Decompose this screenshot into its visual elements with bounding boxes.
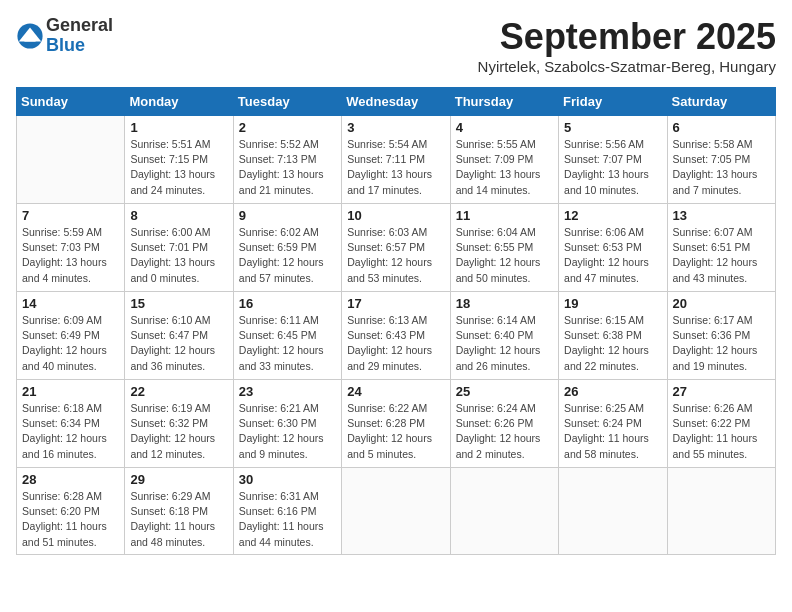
day-number: 7 — [22, 208, 119, 223]
logo-icon — [16, 22, 44, 50]
day-number: 19 — [564, 296, 661, 311]
day-number: 21 — [22, 384, 119, 399]
day-number: 30 — [239, 472, 336, 487]
weekday-header-saturday: Saturday — [667, 88, 775, 116]
day-number: 2 — [239, 120, 336, 135]
day-info: Sunrise: 6:09 AM Sunset: 6:49 PM Dayligh… — [22, 313, 119, 374]
day-info: Sunrise: 6:00 AM Sunset: 7:01 PM Dayligh… — [130, 225, 227, 286]
day-info: Sunrise: 6:22 AM Sunset: 6:28 PM Dayligh… — [347, 401, 444, 462]
day-info: Sunrise: 6:13 AM Sunset: 6:43 PM Dayligh… — [347, 313, 444, 374]
day-number: 28 — [22, 472, 119, 487]
calendar-cell: 13Sunrise: 6:07 AM Sunset: 6:51 PM Dayli… — [667, 204, 775, 292]
calendar-cell: 23Sunrise: 6:21 AM Sunset: 6:30 PM Dayli… — [233, 380, 341, 468]
logo: General Blue — [16, 16, 113, 56]
calendar-cell: 28Sunrise: 6:28 AM Sunset: 6:20 PM Dayli… — [17, 468, 125, 555]
calendar-cell: 24Sunrise: 6:22 AM Sunset: 6:28 PM Dayli… — [342, 380, 450, 468]
calendar-cell: 16Sunrise: 6:11 AM Sunset: 6:45 PM Dayli… — [233, 292, 341, 380]
calendar-cell: 2Sunrise: 5:52 AM Sunset: 7:13 PM Daylig… — [233, 116, 341, 204]
calendar-cell: 5Sunrise: 5:56 AM Sunset: 7:07 PM Daylig… — [559, 116, 667, 204]
day-info: Sunrise: 6:11 AM Sunset: 6:45 PM Dayligh… — [239, 313, 336, 374]
title-block: September 2025 Nyirtelek, Szabolcs-Szatm… — [478, 16, 776, 75]
day-number: 16 — [239, 296, 336, 311]
week-row-5: 28Sunrise: 6:28 AM Sunset: 6:20 PM Dayli… — [17, 468, 776, 555]
location: Nyirtelek, Szabolcs-Szatmar-Bereg, Hunga… — [478, 58, 776, 75]
calendar-cell: 19Sunrise: 6:15 AM Sunset: 6:38 PM Dayli… — [559, 292, 667, 380]
day-info: Sunrise: 5:52 AM Sunset: 7:13 PM Dayligh… — [239, 137, 336, 198]
day-info: Sunrise: 6:03 AM Sunset: 6:57 PM Dayligh… — [347, 225, 444, 286]
day-info: Sunrise: 5:59 AM Sunset: 7:03 PM Dayligh… — [22, 225, 119, 286]
day-info: Sunrise: 6:28 AM Sunset: 6:20 PM Dayligh… — [22, 489, 119, 550]
day-number: 8 — [130, 208, 227, 223]
weekday-header-tuesday: Tuesday — [233, 88, 341, 116]
day-number: 1 — [130, 120, 227, 135]
day-info: Sunrise: 6:17 AM Sunset: 6:36 PM Dayligh… — [673, 313, 770, 374]
month-title: September 2025 — [478, 16, 776, 58]
weekday-header-friday: Friday — [559, 88, 667, 116]
weekday-header-row: SundayMondayTuesdayWednesdayThursdayFrid… — [17, 88, 776, 116]
svg-rect-2 — [24, 37, 35, 41]
calendar-cell: 11Sunrise: 6:04 AM Sunset: 6:55 PM Dayli… — [450, 204, 558, 292]
weekday-header-sunday: Sunday — [17, 88, 125, 116]
calendar-cell: 25Sunrise: 6:24 AM Sunset: 6:26 PM Dayli… — [450, 380, 558, 468]
calendar-cell — [450, 468, 558, 555]
calendar-cell: 27Sunrise: 6:26 AM Sunset: 6:22 PM Dayli… — [667, 380, 775, 468]
logo-text: General Blue — [46, 16, 113, 56]
calendar-cell — [667, 468, 775, 555]
day-info: Sunrise: 5:56 AM Sunset: 7:07 PM Dayligh… — [564, 137, 661, 198]
day-info: Sunrise: 6:21 AM Sunset: 6:30 PM Dayligh… — [239, 401, 336, 462]
calendar-cell — [17, 116, 125, 204]
day-info: Sunrise: 6:26 AM Sunset: 6:22 PM Dayligh… — [673, 401, 770, 462]
week-row-3: 14Sunrise: 6:09 AM Sunset: 6:49 PM Dayli… — [17, 292, 776, 380]
calendar-cell: 17Sunrise: 6:13 AM Sunset: 6:43 PM Dayli… — [342, 292, 450, 380]
day-number: 11 — [456, 208, 553, 223]
calendar-cell: 20Sunrise: 6:17 AM Sunset: 6:36 PM Dayli… — [667, 292, 775, 380]
day-info: Sunrise: 6:29 AM Sunset: 6:18 PM Dayligh… — [130, 489, 227, 550]
page-header: General Blue September 2025 Nyirtelek, S… — [16, 16, 776, 75]
calendar-cell — [342, 468, 450, 555]
calendar-cell: 9Sunrise: 6:02 AM Sunset: 6:59 PM Daylig… — [233, 204, 341, 292]
day-info: Sunrise: 6:06 AM Sunset: 6:53 PM Dayligh… — [564, 225, 661, 286]
day-info: Sunrise: 6:07 AM Sunset: 6:51 PM Dayligh… — [673, 225, 770, 286]
calendar-table: SundayMondayTuesdayWednesdayThursdayFrid… — [16, 87, 776, 555]
day-number: 17 — [347, 296, 444, 311]
day-info: Sunrise: 6:04 AM Sunset: 6:55 PM Dayligh… — [456, 225, 553, 286]
day-number: 29 — [130, 472, 227, 487]
day-number: 9 — [239, 208, 336, 223]
day-number: 4 — [456, 120, 553, 135]
calendar-cell: 7Sunrise: 5:59 AM Sunset: 7:03 PM Daylig… — [17, 204, 125, 292]
day-info: Sunrise: 6:02 AM Sunset: 6:59 PM Dayligh… — [239, 225, 336, 286]
calendar-cell: 18Sunrise: 6:14 AM Sunset: 6:40 PM Dayli… — [450, 292, 558, 380]
calendar-cell: 29Sunrise: 6:29 AM Sunset: 6:18 PM Dayli… — [125, 468, 233, 555]
day-number: 3 — [347, 120, 444, 135]
calendar-cell: 4Sunrise: 5:55 AM Sunset: 7:09 PM Daylig… — [450, 116, 558, 204]
day-number: 22 — [130, 384, 227, 399]
week-row-1: 1Sunrise: 5:51 AM Sunset: 7:15 PM Daylig… — [17, 116, 776, 204]
calendar-cell: 30Sunrise: 6:31 AM Sunset: 6:16 PM Dayli… — [233, 468, 341, 555]
day-number: 27 — [673, 384, 770, 399]
day-info: Sunrise: 6:14 AM Sunset: 6:40 PM Dayligh… — [456, 313, 553, 374]
day-info: Sunrise: 5:55 AM Sunset: 7:09 PM Dayligh… — [456, 137, 553, 198]
day-info: Sunrise: 6:10 AM Sunset: 6:47 PM Dayligh… — [130, 313, 227, 374]
day-number: 10 — [347, 208, 444, 223]
calendar-cell: 10Sunrise: 6:03 AM Sunset: 6:57 PM Dayli… — [342, 204, 450, 292]
day-number: 5 — [564, 120, 661, 135]
day-info: Sunrise: 5:54 AM Sunset: 7:11 PM Dayligh… — [347, 137, 444, 198]
day-info: Sunrise: 5:58 AM Sunset: 7:05 PM Dayligh… — [673, 137, 770, 198]
day-info: Sunrise: 6:19 AM Sunset: 6:32 PM Dayligh… — [130, 401, 227, 462]
day-number: 15 — [130, 296, 227, 311]
calendar-cell: 22Sunrise: 6:19 AM Sunset: 6:32 PM Dayli… — [125, 380, 233, 468]
calendar-cell: 14Sunrise: 6:09 AM Sunset: 6:49 PM Dayli… — [17, 292, 125, 380]
calendar-cell: 6Sunrise: 5:58 AM Sunset: 7:05 PM Daylig… — [667, 116, 775, 204]
day-info: Sunrise: 6:18 AM Sunset: 6:34 PM Dayligh… — [22, 401, 119, 462]
calendar-cell: 15Sunrise: 6:10 AM Sunset: 6:47 PM Dayli… — [125, 292, 233, 380]
calendar-cell: 3Sunrise: 5:54 AM Sunset: 7:11 PM Daylig… — [342, 116, 450, 204]
day-info: Sunrise: 6:31 AM Sunset: 6:16 PM Dayligh… — [239, 489, 336, 550]
calendar-cell: 26Sunrise: 6:25 AM Sunset: 6:24 PM Dayli… — [559, 380, 667, 468]
weekday-header-wednesday: Wednesday — [342, 88, 450, 116]
day-number: 23 — [239, 384, 336, 399]
day-number: 18 — [456, 296, 553, 311]
day-number: 25 — [456, 384, 553, 399]
day-info: Sunrise: 6:25 AM Sunset: 6:24 PM Dayligh… — [564, 401, 661, 462]
calendar-cell: 12Sunrise: 6:06 AM Sunset: 6:53 PM Dayli… — [559, 204, 667, 292]
day-info: Sunrise: 6:24 AM Sunset: 6:26 PM Dayligh… — [456, 401, 553, 462]
